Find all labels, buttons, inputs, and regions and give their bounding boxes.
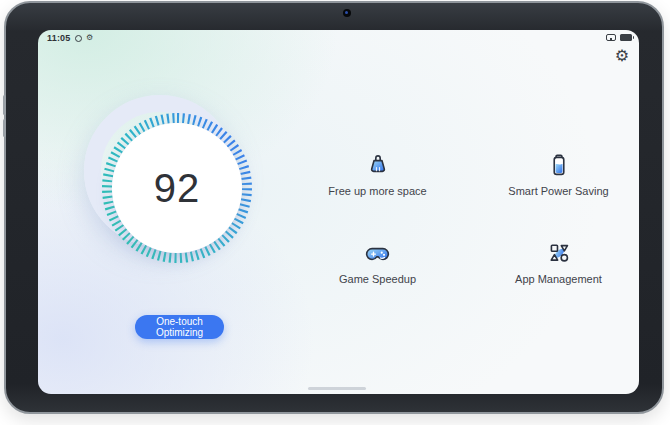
- feature-label: Game Speedup: [339, 273, 416, 285]
- gamepad-icon: [364, 240, 391, 266]
- feature-free-up-space[interactable]: Free up more space: [287, 130, 468, 218]
- screenshot-stage: 11:05 ⚙ ⚙: [0, 0, 670, 425]
- clean-broom-icon: [365, 152, 391, 178]
- battery-icon: [620, 34, 632, 41]
- one-touch-optimize-button[interactable]: One-touch Optimizing: [135, 315, 224, 339]
- status-left-icons: ⚙: [75, 34, 93, 42]
- feature-game-speedup[interactable]: Game Speedup: [287, 218, 468, 306]
- status-time: 11:05: [47, 33, 71, 43]
- volume-up-button: [3, 95, 6, 115]
- home-indicator[interactable]: [308, 387, 366, 390]
- feature-smart-power-saving[interactable]: Smart Power Saving: [468, 130, 639, 218]
- battery-saving-icon: [546, 152, 572, 178]
- apps-shapes-icon: [546, 240, 572, 266]
- feature-label: Smart Power Saving: [508, 185, 608, 197]
- ring-icon: [75, 35, 82, 42]
- front-camera: [343, 9, 351, 17]
- health-score-gauge: 92: [84, 95, 270, 281]
- status-right-icons: [606, 34, 632, 41]
- feature-label: Free up more space: [328, 185, 426, 197]
- gauge-inner-circle: 92: [112, 123, 242, 253]
- settings-gear-icon[interactable]: ⚙: [615, 48, 629, 64]
- tablet-device-frame: 11:05 ⚙ ⚙: [4, 1, 664, 414]
- volume-down-button: [3, 119, 6, 137]
- feature-label: App Management: [515, 273, 602, 285]
- cast-icon: [606, 34, 616, 41]
- device-screen: 11:05 ⚙ ⚙: [38, 30, 639, 394]
- mini-gear-icon: ⚙: [86, 34, 93, 42]
- feature-grid: Free up more space Smart Power Saving: [287, 130, 639, 306]
- status-bar: 11:05 ⚙: [38, 30, 639, 46]
- gauge-score: 92: [154, 166, 201, 211]
- feature-app-management[interactable]: App Management: [468, 218, 639, 306]
